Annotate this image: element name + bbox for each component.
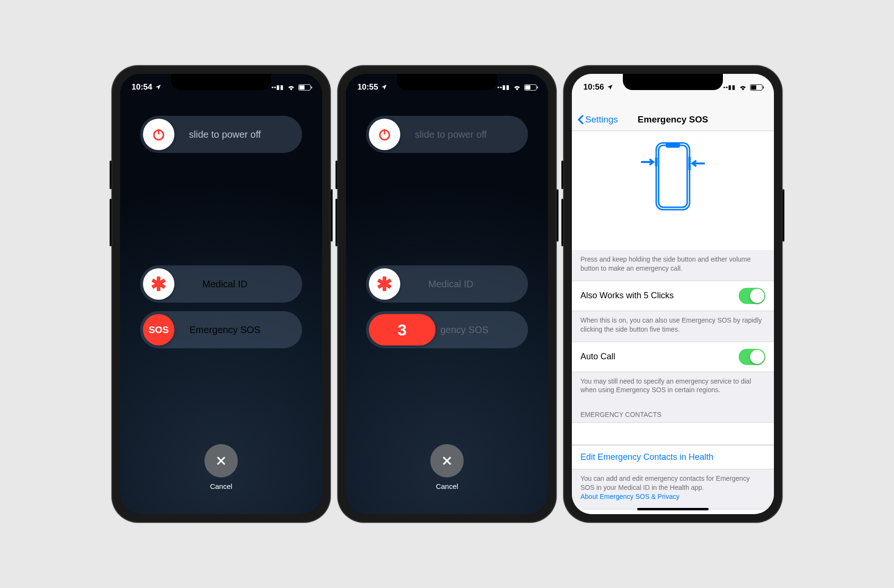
svg-rect-10 (666, 143, 680, 148)
wifi-icon (739, 84, 747, 91)
emergency-sos-label: Emergency SOS (174, 324, 299, 335)
cellular-icon: ▪▪▮▮ (271, 84, 284, 91)
medical-icon: ✱ (369, 268, 400, 300)
auto-call-toggle[interactable] (739, 349, 765, 365)
back-button[interactable]: Settings (578, 114, 618, 125)
chevron-left-icon (578, 114, 584, 125)
svg-rect-9 (659, 145, 687, 207)
about-sos-link[interactable]: About Emergency SOS & Privacy (580, 493, 680, 500)
screen-power-off: 10:54 ▪▪▮▮ slide to power off ✱ M (120, 74, 322, 514)
medical-id-slider[interactable]: ✱ Medical ID (366, 265, 528, 303)
cellular-icon: ▪▪▮▮ (723, 84, 736, 91)
power-icon (143, 119, 174, 150)
power-icon (369, 119, 400, 150)
help-text-1: Press and keep holding the side button a… (572, 250, 774, 281)
status-time: 10:55 (357, 82, 378, 92)
power-off-slider[interactable]: slide to power off (140, 116, 302, 153)
screen-settings: 10:56 ▪▪▮▮ ◀Search Settings Emergency SO… (572, 74, 774, 514)
location-icon (381, 84, 387, 91)
help-text-2: When this is on, you can also use Emerge… (572, 311, 774, 342)
help-text-3: You may still need to specify an emergen… (572, 372, 774, 403)
location-icon (607, 84, 613, 91)
medical-id-label: Medical ID (400, 279, 525, 290)
home-indicator[interactable] (637, 508, 709, 510)
phone-frame-1: 10:54 ▪▪▮▮ slide to power off ✱ M (112, 65, 331, 523)
close-icon (215, 455, 227, 467)
location-icon (155, 84, 162, 91)
close-icon (441, 455, 453, 467)
medical-id-label: Medical ID (174, 279, 299, 290)
wifi-icon (287, 84, 295, 91)
status-time: 10:54 (132, 82, 152, 92)
power-off-slider[interactable]: slide to power off (366, 116, 528, 153)
power-off-label: slide to power off (174, 129, 299, 140)
auto-call-row: Auto Call (572, 342, 774, 372)
five-clicks-row: Also Works with 5 Clicks (572, 281, 774, 311)
sos-countdown-knob: 3 (369, 314, 436, 345)
wifi-icon (513, 84, 521, 91)
battery-icon (298, 84, 311, 91)
battery-icon (524, 84, 537, 91)
phone-frame-2: 10:55 ▪▪▮▮ slide to power off ✱ M (337, 65, 557, 523)
emergency-contacts-empty (572, 422, 774, 445)
medical-icon: ✱ (143, 268, 174, 300)
phone-frame-3: 10:56 ▪▪▮▮ ◀Search Settings Emergency SO… (563, 65, 782, 523)
status-time: 10:56 (583, 82, 604, 92)
power-off-label: slide to power off (400, 129, 525, 140)
cancel-label: Cancel (120, 482, 322, 490)
cancel-button[interactable] (430, 444, 464, 477)
battery-icon (750, 84, 762, 91)
screen-sos-countdown: 10:55 ▪▪▮▮ slide to power off ✱ M (346, 74, 548, 514)
medical-id-slider[interactable]: ✱ Medical ID (140, 265, 302, 303)
five-clicks-toggle[interactable] (739, 288, 765, 304)
svg-rect-8 (656, 143, 690, 210)
emergency-sos-label: gency SOS (436, 324, 525, 335)
cancel-button[interactable] (204, 444, 238, 477)
instruction-illustration (572, 131, 774, 250)
emergency-contacts-header: EMERGENCY CONTACTS (572, 402, 774, 422)
emergency-sos-slider[interactable]: SOS Emergency SOS (140, 311, 302, 348)
edit-contacts-link[interactable]: Edit Emergency Contacts in Health (572, 445, 774, 469)
help-text-4: You can add and edit emergency contacts … (572, 469, 774, 509)
sos-icon: SOS (143, 314, 174, 345)
cancel-label: Cancel (346, 482, 548, 490)
auto-call-label: Auto Call (580, 352, 615, 362)
cellular-icon: ▪▪▮▮ (497, 84, 510, 91)
five-clicks-label: Also Works with 5 Clicks (580, 291, 674, 301)
emergency-sos-slider[interactable]: 3 gency SOS (366, 311, 528, 348)
countdown-number: 3 (398, 321, 407, 339)
